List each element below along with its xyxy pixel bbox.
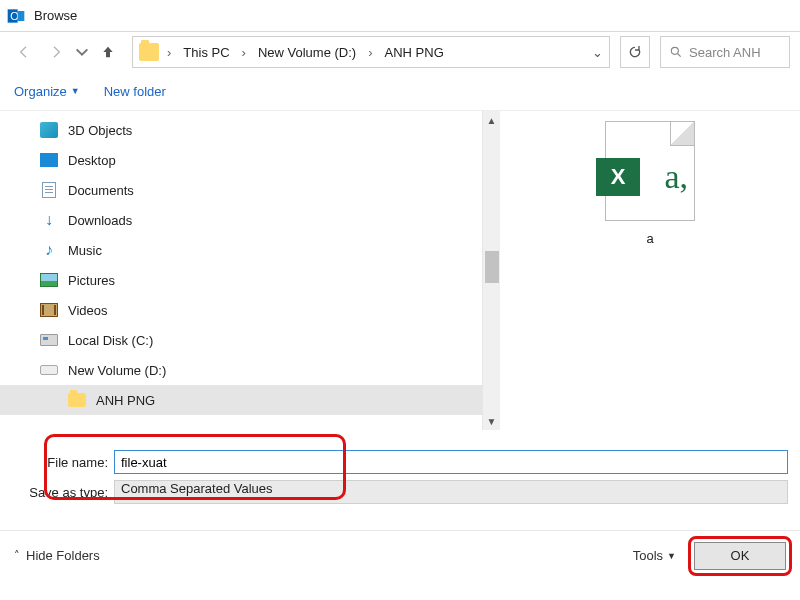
breadcrumb-segment[interactable]: New Volume (D:) (254, 45, 360, 60)
new-folder-button[interactable]: New folder (104, 84, 166, 99)
nav-back-button[interactable] (10, 38, 38, 66)
folder-tree: 3D Objects Desktop Documents ↓Downloads … (0, 111, 500, 430)
tools-menu[interactable]: Tools ▼ (633, 548, 676, 563)
dialog-footer: ˄ Hide Folders Tools ▼ OK (0, 530, 800, 580)
tree-scrollbar[interactable]: ▲ ▼ (482, 111, 500, 430)
tree-item-videos[interactable]: Videos (0, 295, 500, 325)
desktop-icon (40, 151, 58, 169)
folder-icon (68, 391, 86, 409)
nav-forward-button[interactable] (42, 38, 70, 66)
file-name-label: File name: (12, 455, 114, 470)
tree-item-new-volume-d[interactable]: New Volume (D:) (0, 355, 500, 385)
address-bar[interactable]: › This PC › New Volume (D:) › ANH PNG ⌄ (132, 36, 610, 68)
file-thumbnail[interactable]: X a, (605, 121, 695, 221)
chevron-right-icon: › (165, 45, 173, 60)
save-as-type-select[interactable]: Comma Separated Values (114, 480, 788, 504)
refresh-button[interactable] (620, 36, 650, 68)
tree-item-label: Pictures (68, 273, 115, 288)
drive-icon (40, 361, 58, 379)
tools-label: Tools (633, 548, 663, 563)
breadcrumb-segment[interactable]: This PC (179, 45, 233, 60)
search-placeholder: Search ANH (689, 45, 761, 60)
preview-pane: X a, a (500, 111, 800, 430)
chevron-right-icon: › (240, 45, 248, 60)
documents-icon (40, 181, 58, 199)
tree-item-label: New Volume (D:) (68, 363, 166, 378)
scroll-up-icon[interactable]: ▲ (483, 111, 500, 129)
tree-item-label: 3D Objects (68, 123, 132, 138)
app-icon-outlook: O (6, 6, 26, 26)
tree-item-label: ANH PNG (96, 393, 155, 408)
chevron-right-icon: › (366, 45, 374, 60)
organize-label: Organize (14, 84, 67, 99)
organize-menu[interactable]: Organize ▼ (14, 84, 80, 99)
main-area: 3D Objects Desktop Documents ↓Downloads … (0, 110, 800, 430)
videos-icon (40, 301, 58, 319)
tree-item-documents[interactable]: Documents (0, 175, 500, 205)
tree-item-label: Videos (68, 303, 108, 318)
csv-glyph: a, (664, 158, 688, 196)
breadcrumb-segment[interactable]: ANH PNG (381, 45, 448, 60)
svg-rect-2 (18, 11, 25, 21)
save-as-type-label: Save as type: (12, 485, 114, 500)
chevron-up-icon: ˄ (14, 549, 20, 562)
hide-folders-label: Hide Folders (26, 548, 100, 563)
ok-button[interactable]: OK (694, 542, 786, 570)
svg-point-3 (671, 47, 678, 54)
title-bar: O Browse (0, 0, 800, 32)
file-label: a (646, 231, 653, 246)
chevron-down-icon[interactable] (74, 38, 90, 66)
tree-item-downloads[interactable]: ↓Downloads (0, 205, 500, 235)
search-icon (669, 45, 683, 59)
chevron-down-icon: ▼ (667, 551, 676, 561)
tree-item-label: Desktop (68, 153, 116, 168)
music-icon: ♪ (40, 241, 58, 259)
window-title: Browse (34, 8, 77, 23)
search-input[interactable]: Search ANH (660, 36, 790, 68)
3d-objects-icon (40, 121, 58, 139)
excel-icon: X (596, 158, 640, 196)
nav-row: › This PC › New Volume (D:) › ANH PNG ⌄ … (0, 32, 800, 72)
tree-item-anh-png[interactable]: ANH PNG (0, 385, 500, 415)
tree-item-local-disk-c[interactable]: Local Disk (C:) (0, 325, 500, 355)
tree-item-pictures[interactable]: Pictures (0, 265, 500, 295)
downloads-icon: ↓ (40, 211, 58, 229)
tree-item-label: Music (68, 243, 102, 258)
chevron-down-icon[interactable]: ⌄ (592, 45, 603, 60)
disk-icon (40, 331, 58, 349)
tree-item-3d-objects[interactable]: 3D Objects (0, 115, 500, 145)
tree-item-label: Documents (68, 183, 134, 198)
scroll-thumb[interactable] (485, 251, 499, 283)
svg-text:O: O (10, 10, 18, 22)
tree-item-music[interactable]: ♪Music (0, 235, 500, 265)
pictures-icon (40, 271, 58, 289)
tree-item-label: Local Disk (C:) (68, 333, 153, 348)
nav-up-button[interactable] (94, 38, 122, 66)
tree-item-label: Downloads (68, 213, 132, 228)
save-form: File name: Save as type: Comma Separated… (0, 430, 800, 514)
toolbar: Organize ▼ New folder (0, 72, 800, 110)
hide-folders-button[interactable]: ˄ Hide Folders (14, 548, 100, 563)
folder-icon (139, 43, 159, 61)
page-fold-icon (670, 122, 694, 146)
chevron-down-icon: ▼ (71, 86, 80, 96)
tree-item-desktop[interactable]: Desktop (0, 145, 500, 175)
file-name-input[interactable] (114, 450, 788, 474)
scroll-down-icon[interactable]: ▼ (483, 412, 500, 430)
